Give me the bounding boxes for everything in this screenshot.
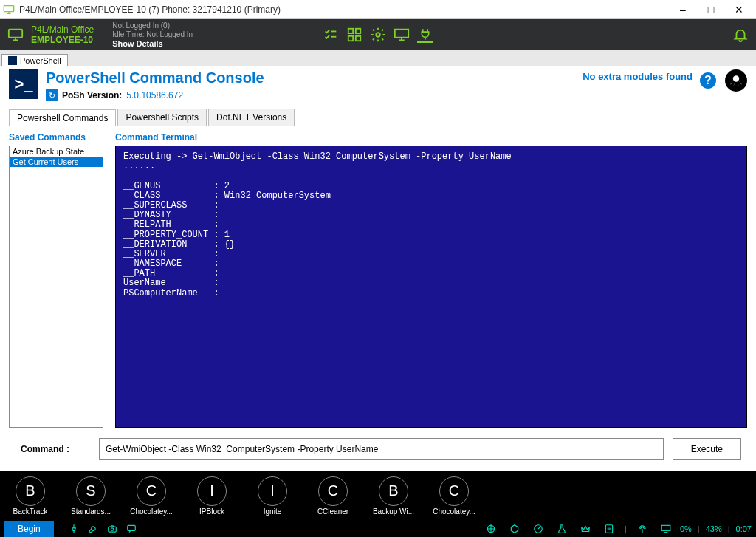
inner-tabs: Powershell Commands Powershell Scripts D… — [9, 109, 747, 126]
shortcut-standards[interactable]: SStandards... — [71, 476, 111, 516]
maximize-button[interactable]: □ — [697, 1, 725, 18]
chat-icon[interactable] — [126, 523, 137, 535]
svg-point-18 — [111, 528, 114, 531]
camera-icon[interactable] — [106, 523, 118, 535]
svg-rect-9 — [356, 29, 360, 33]
script-icon[interactable] — [603, 523, 615, 535]
shortcut-ipblock[interactable]: IIPBlock — [192, 476, 232, 516]
minimize-button[interactable]: – — [669, 1, 697, 18]
employee-name: EMPLOYEE-10 — [31, 35, 94, 45]
svg-rect-8 — [348, 29, 353, 33]
plug-icon[interactable] — [417, 27, 433, 43]
svg-point-16 — [733, 75, 739, 81]
list-item[interactable]: Azure Backup State — [10, 146, 103, 157]
content-row: Saved Commands Azure Backup State Get Cu… — [9, 132, 747, 428]
execute-button[interactable]: Execute — [673, 438, 741, 460]
window-controls: – □ ✕ — [669, 1, 753, 18]
command-row: Command : Execute — [9, 438, 747, 465]
idle-time: Idle Time: Not Logged In — [112, 30, 193, 39]
panel-tabstrip: PowerShell — [0, 50, 756, 66]
titlebar: P4L/Main Office/EMPLOYEE-10 (7) Phone: 3… — [0, 0, 756, 19]
screen-icon[interactable] — [394, 27, 410, 43]
office-path: P4L/Main Office — [31, 24, 94, 35]
saved-commands-list[interactable]: Azure Backup State Get Current Users — [9, 146, 103, 428]
svg-point-12 — [376, 33, 380, 37]
wrench-icon[interactable] — [87, 523, 99, 535]
svg-rect-11 — [356, 36, 360, 41]
posh-version: 5.0.10586.672 — [126, 90, 183, 100]
cpu-percent: 0% — [680, 524, 692, 533]
command-label: Command : — [9, 444, 90, 454]
shortcut-chocolatey[interactable]: CChocolatey... — [131, 476, 171, 516]
squid-icon[interactable] — [725, 69, 747, 92]
header-toolbar — [323, 27, 433, 43]
shortcut-chocolatey-2[interactable]: CChocolatey... — [434, 476, 474, 516]
uptime: 0:07 — [736, 524, 752, 533]
powershell-icon: >_ — [9, 69, 38, 99]
bell-icon[interactable] — [732, 27, 749, 43]
command-input[interactable] — [99, 438, 664, 460]
grid-icon[interactable] — [346, 27, 362, 43]
hex-icon[interactable] — [509, 523, 520, 535]
show-details-link[interactable]: Show Details — [112, 39, 193, 48]
terminal-output[interactable]: Executing -> Get-WmiObject -Class Win32_… — [115, 146, 747, 428]
checklist-icon[interactable] — [323, 27, 339, 43]
saved-commands-header: Saved Commands — [9, 132, 103, 143]
svg-rect-10 — [348, 36, 353, 41]
svg-rect-0 — [4, 5, 13, 11]
shortcut-strip: BBackTrack SStandards... CChocolatey... … — [0, 471, 756, 521]
svg-marker-23 — [511, 525, 518, 533]
svg-rect-3 — [9, 30, 22, 38]
svg-rect-19 — [127, 525, 135, 530]
screen-status-icon[interactable] — [660, 523, 672, 535]
shortcut-backtrack[interactable]: BBackTrack — [10, 476, 50, 516]
terminal-header: Command Terminal — [115, 132, 747, 143]
tab-powershell[interactable]: PowerShell — [1, 54, 68, 66]
crown-icon[interactable] — [580, 523, 591, 535]
main-panel: >_ PowerShell Command Console ↻ PoSh Ver… — [0, 66, 756, 471]
monitor-icon — [7, 27, 24, 43]
mem-percent: 43% — [706, 524, 722, 533]
login-status: Not Logged In (0) Idle Time: Not Logged … — [112, 21, 193, 48]
status-right: | 0% | 43% | 0:07 — [481, 523, 752, 535]
version-row: ↻ PoSh Version: 5.0.10586.672 — [46, 89, 523, 101]
divider — [103, 22, 103, 47]
svg-rect-17 — [108, 527, 116, 532]
statusbar: Begin | 0% | 43% | 0:07 — [0, 521, 756, 537]
tab-scripts[interactable]: Powershell Scripts — [117, 109, 207, 126]
shortcut-ignite[interactable]: IIgnite — [252, 476, 292, 516]
office-block: P4L/Main Office EMPLOYEE-10 — [31, 24, 94, 45]
gear-icon[interactable] — [370, 27, 386, 43]
gauge-icon[interactable] — [532, 523, 544, 535]
window-title: P4L/Main Office/EMPLOYEE-10 (7) Phone: 3… — [19, 4, 669, 15]
flask-icon[interactable] — [556, 523, 568, 535]
close-button[interactable]: ✕ — [725, 1, 753, 18]
terminal-column: Command Terminal Executing -> Get-WmiObj… — [115, 132, 747, 428]
help-icon[interactable]: ? — [700, 72, 716, 89]
not-logged-in: Not Logged In (0) — [112, 21, 193, 30]
tab-dotnet[interactable]: Dot.NET Versions — [208, 109, 295, 126]
list-item[interactable]: Get Current Users — [10, 157, 103, 167]
page-title: PowerShell Command Console — [46, 69, 523, 86]
shortcut-ccleaner[interactable]: CCCleaner — [313, 476, 353, 516]
header-bar: P4L/Main Office EMPLOYEE-10 Not Logged I… — [0, 19, 756, 50]
begin-button[interactable]: Begin — [4, 521, 54, 537]
tab-commands[interactable]: Powershell Commands — [9, 109, 116, 126]
saved-commands-column: Saved Commands Azure Backup State Get Cu… — [9, 132, 103, 428]
no-modules-text: No extra modules found — [583, 71, 693, 82]
svg-rect-28 — [662, 525, 670, 530]
refresh-icon[interactable]: ↻ — [46, 89, 58, 101]
shortcut-backup[interactable]: BBackup Wi... — [374, 476, 413, 516]
app-monitor-icon — [3, 4, 15, 16]
signal-icon[interactable] — [636, 523, 648, 535]
powershell-icon-small — [8, 56, 17, 65]
header-action-icons: ? — [700, 69, 747, 92]
pin-icon[interactable] — [68, 523, 80, 535]
tab-label: PowerShell — [20, 56, 61, 65]
target-icon[interactable] — [485, 523, 497, 535]
posh-label: PoSh Version: — [62, 90, 122, 100]
main-header: >_ PowerShell Command Console ↻ PoSh Ver… — [9, 69, 747, 101]
svg-rect-13 — [395, 30, 408, 38]
